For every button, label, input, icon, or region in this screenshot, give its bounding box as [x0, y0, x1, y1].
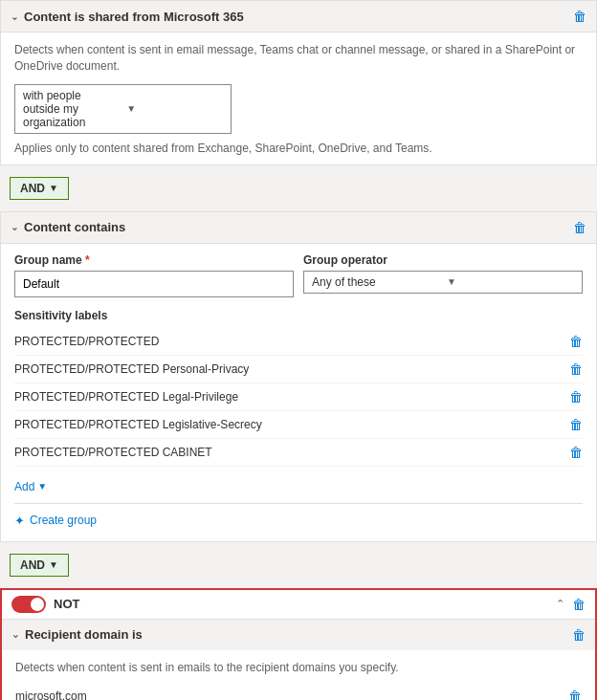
- section2-header: ⌄ Content contains 🗑: [1, 212, 596, 244]
- recipient-body: Detects when content is sent in emails t…: [2, 650, 595, 700]
- group-name-row: Group name * Group operator Any of these…: [14, 253, 583, 301]
- recipient-header: ⌄ Recipient domain is 🗑: [2, 620, 595, 650]
- domain-row: microsoft.com 🗑: [15, 685, 582, 700]
- section1-header-left: ⌄ Content is shared from Microsoft 365: [11, 10, 244, 24]
- not-delete-icon[interactable]: 🗑: [572, 597, 586, 612]
- chevron-down-icon[interactable]: ⌄: [11, 629, 19, 640]
- label-row: PROTECTED/PROTECTED Personal-Privacy 🗑: [14, 356, 583, 383]
- chevron-down-icon: ▼: [49, 183, 58, 193]
- recipient-title: Recipient domain is: [25, 627, 143, 642]
- add-link[interactable]: Add ▼: [14, 480, 47, 493]
- group-name-input[interactable]: [14, 271, 294, 297]
- label-delete-icon[interactable]: 🗑: [569, 361, 583, 377]
- group-operator-label: Group operator: [303, 253, 583, 267]
- not-header: NOT ⌃ 🗑: [2, 590, 595, 619]
- chevron-up-icon[interactable]: ⌃: [556, 598, 564, 610]
- chevron-down-icon: ▼: [37, 481, 47, 492]
- recipient-delete-icon[interactable]: 🗑: [572, 627, 586, 643]
- label-text: PROTECTED/PROTECTED CABINET: [14, 446, 212, 459]
- not-toggle[interactable]: [11, 596, 46, 613]
- group-name-label: Group name *: [14, 253, 294, 267]
- not-header-right: ⌃ 🗑: [556, 597, 586, 612]
- section2-body: Group name * Group operator Any of these…: [1, 244, 596, 541]
- and-btn-2-label: AND: [20, 558, 45, 572]
- add-link-label: Add: [14, 480, 34, 493]
- group-operator-value: Any of these: [312, 275, 439, 289]
- section-content-contains: ⌄ Content contains 🗑 Group name * Group …: [0, 211, 597, 542]
- section2-header-left: ⌄ Content contains: [11, 220, 125, 234]
- chevron-down-icon[interactable]: ⌄: [11, 222, 18, 232]
- section2-title: Content contains: [24, 220, 125, 234]
- label-row: PROTECTED/PROTECTED CABINET 🗑: [14, 439, 583, 467]
- and-button-2[interactable]: AND ▼: [10, 554, 69, 577]
- group-name-field: Group name *: [14, 253, 294, 297]
- and-btn-1-label: AND: [20, 182, 45, 195]
- recipient-domain-section: ⌄ Recipient domain is 🗑 Detects when con…: [2, 619, 595, 700]
- section1-applies-text: Applies only to content shared from Exch…: [14, 142, 583, 155]
- label-row: PROTECTED/PROTECTED 🗑: [14, 328, 583, 356]
- section1-header: ⌄ Content is shared from Microsoft 365 🗑: [1, 1, 596, 33]
- create-group-icon: ✦: [14, 514, 25, 528]
- label-delete-icon[interactable]: 🗑: [569, 445, 583, 460]
- section1-body: Detects when content is sent in email me…: [1, 33, 596, 164]
- not-header-left: NOT: [11, 596, 79, 613]
- label-text: PROTECTED/PROTECTED: [14, 335, 159, 348]
- section2-delete-icon[interactable]: 🗑: [573, 220, 586, 235]
- section1-description: Detects when content is sent in email me…: [14, 42, 583, 75]
- label-text: PROTECTED/PROTECTED Legal-Privilege: [14, 390, 238, 404]
- label-text: PROTECTED/PROTECTED Legislative-Secrecy: [14, 418, 262, 431]
- create-group-label: Create group: [30, 514, 97, 527]
- chevron-down-icon: ▼: [49, 559, 58, 570]
- domain-value: microsoft.com: [15, 689, 87, 700]
- page-wrapper: ⌄ Content is shared from Microsoft 365 🗑…: [0, 0, 597, 700]
- label-row: PROTECTED/PROTECTED Legal-Privilege 🗑: [14, 383, 583, 411]
- section1-delete-icon[interactable]: 🗑: [573, 9, 586, 24]
- sensitivity-labels-title: Sensitivity labels: [14, 309, 583, 322]
- section1-title: Content is shared from Microsoft 365: [24, 10, 244, 24]
- recipient-description: Detects when content is sent in emails t…: [15, 660, 582, 676]
- section-content-shared: ⌄ Content is shared from Microsoft 365 🗑…: [0, 0, 597, 165]
- group-operator-field: Group operator Any of these ▼: [303, 253, 583, 301]
- recipient-header-left: ⌄ Recipient domain is: [11, 627, 143, 642]
- required-indicator: *: [85, 253, 90, 267]
- label-row: PROTECTED/PROTECTED Legislative-Secrecy …: [14, 411, 583, 439]
- label-text: PROTECTED/PROTECTED Personal-Privacy: [14, 362, 249, 376]
- not-label: NOT: [54, 597, 79, 611]
- label-delete-icon[interactable]: 🗑: [569, 417, 583, 432]
- label-delete-icon[interactable]: 🗑: [569, 389, 583, 405]
- domain-delete-icon[interactable]: 🗑: [568, 689, 582, 700]
- chevron-down-icon: ▼: [447, 276, 574, 287]
- create-group-link[interactable]: ✦ Create group: [14, 514, 97, 528]
- and-button-1[interactable]: AND ▼: [10, 177, 69, 200]
- chevron-down-icon: ▼: [126, 103, 222, 114]
- chevron-down-icon[interactable]: ⌄: [11, 11, 18, 22]
- and-btn-2-wrapper: AND ▼: [0, 542, 597, 588]
- label-delete-icon[interactable]: 🗑: [569, 334, 583, 349]
- shared-dropdown-value: with people outside my organization: [23, 89, 119, 129]
- not-section: NOT ⌃ 🗑 ⌄ Recipient domain is 🗑 Detects …: [0, 588, 597, 700]
- group-operator-dropdown[interactable]: Any of these ▼: [303, 271, 583, 294]
- shared-dropdown[interactable]: with people outside my organization ▼: [14, 84, 232, 134]
- and-btn-1-wrapper: AND ▼: [0, 165, 597, 211]
